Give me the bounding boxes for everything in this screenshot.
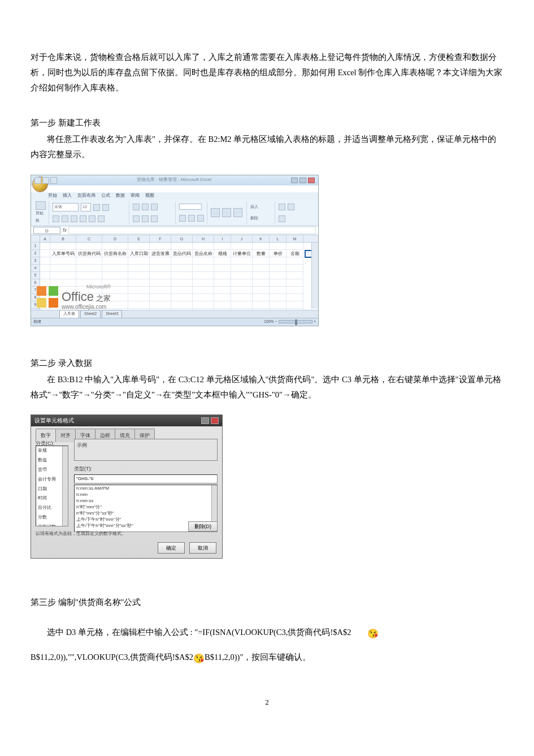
- type-list-item[interactable]: h"时"mm"分": [75, 504, 217, 510]
- col-header[interactable]: C: [76, 235, 102, 243]
- row-header[interactable]: 4: [31, 265, 40, 272]
- dialog-title: 设置单元格格式: [34, 416, 74, 426]
- bold-icon[interactable]: [53, 215, 59, 222]
- table-header-cell: 单价: [270, 250, 286, 258]
- font-name[interactable]: 宋体: [53, 203, 79, 211]
- currency-icon[interactable]: [179, 215, 186, 222]
- type-list-item[interactable]: h:mm:ss AM/PM: [75, 485, 217, 491]
- underline-icon[interactable]: [71, 215, 77, 222]
- col-header[interactable]: B: [50, 235, 76, 243]
- col-header[interactable]: A: [40, 235, 50, 243]
- ribbon-tab[interactable]: 审阅: [131, 192, 140, 200]
- align-right-icon[interactable]: [151, 215, 158, 222]
- sheet-tab[interactable]: 入库表: [59, 310, 79, 318]
- cells-group: 插入 删除: [248, 201, 275, 224]
- step3-title: 第三步 编制"供货商名称"公式: [31, 595, 503, 610]
- row-header[interactable]: 3: [31, 257, 40, 265]
- table-header-cell: 入库日期: [128, 250, 150, 258]
- align-mid-icon[interactable]: [142, 204, 149, 210]
- table-header-cell: 供货商代码: [76, 250, 102, 258]
- number-group: [177, 201, 207, 224]
- type-list-item[interactable]: h:mm:ss: [75, 498, 217, 504]
- col-header[interactable]: L: [270, 235, 286, 243]
- col-header[interactable]: H: [193, 235, 214, 243]
- align-left-icon[interactable]: [133, 215, 140, 222]
- cond-format-icon[interactable]: [211, 208, 220, 217]
- align-center-icon[interactable]: [142, 215, 149, 222]
- cancel-button[interactable]: 取消: [189, 542, 216, 554]
- col-header[interactable]: I: [214, 235, 231, 243]
- formula-input[interactable]: [68, 227, 316, 234]
- select-all[interactable]: [31, 235, 40, 243]
- emoji-icon: 😘: [193, 648, 205, 669]
- page-number: 2: [31, 695, 503, 709]
- find-icon[interactable]: [279, 215, 285, 222]
- minimize-icon[interactable]: [291, 178, 298, 183]
- cell-styles-icon[interactable]: [233, 208, 242, 217]
- type-list-item[interactable]: h"时"mm"分"ss"秒": [75, 510, 217, 516]
- editing-group: [276, 201, 303, 224]
- zoom-control[interactable]: 100% −+: [264, 318, 316, 326]
- align-top-icon[interactable]: [133, 204, 140, 210]
- font-color-icon[interactable]: [98, 215, 105, 222]
- category-listbox[interactable]: 常规数值货币会计专用日期时间百分比分数科学记数文本特殊自定义: [36, 446, 68, 526]
- intro-paragraph: 对于仓库来说，货物检查合格后就可以入库了，入库之前通常需要在入库表格上登记每件货…: [31, 50, 503, 95]
- close-icon[interactable]: [211, 417, 219, 424]
- ok-button[interactable]: 确定: [158, 542, 185, 554]
- row-header[interactable]: 1: [31, 243, 40, 250]
- border-icon[interactable]: [80, 215, 86, 222]
- ribbon-tab[interactable]: 公式: [101, 192, 110, 200]
- undo-icon: [42, 177, 49, 184]
- table-header-cell: 数量: [253, 250, 270, 258]
- ribbon-tab[interactable]: 数据: [116, 192, 125, 200]
- font-size[interactable]: 12: [81, 203, 91, 211]
- col-header[interactable]: M: [286, 235, 303, 243]
- sort-icon[interactable]: [288, 204, 294, 210]
- fx-icon[interactable]: fx: [63, 226, 67, 235]
- logo-url: www.officejia.com: [62, 304, 111, 310]
- vertical-scrollbar[interactable]: [311, 243, 318, 309]
- ribbon-tab[interactable]: 视图: [145, 192, 154, 200]
- listbox-scrollbar[interactable]: [62, 446, 68, 526]
- group-label: 剪贴板: [36, 210, 46, 224]
- col-header[interactable]: J: [231, 235, 253, 243]
- table-header-cell: 进货发票: [150, 250, 171, 258]
- help-icon[interactable]: [201, 417, 209, 424]
- paste-icon[interactable]: [36, 201, 46, 210]
- ribbon-tab[interactable]: 插入: [63, 192, 72, 200]
- maximize-icon[interactable]: [299, 178, 306, 183]
- comma-icon[interactable]: [197, 215, 204, 222]
- sheet-tab[interactable]: Sheet2: [80, 310, 101, 318]
- fill-color-icon[interactable]: [89, 215, 95, 222]
- grow-font-icon[interactable]: [93, 204, 100, 211]
- col-header[interactable]: G: [171, 235, 193, 243]
- table-header-cell: 计量单位: [231, 250, 253, 258]
- sum-icon[interactable]: [279, 204, 285, 210]
- ribbon-tab[interactable]: 开始: [48, 192, 57, 200]
- close-icon[interactable]: [308, 178, 315, 183]
- table-format-icon[interactable]: [222, 208, 231, 217]
- sheet-tab[interactable]: Sheet3: [102, 310, 122, 318]
- percent-icon[interactable]: [188, 215, 195, 222]
- align-bot-icon[interactable]: [151, 204, 158, 210]
- shrink-font-icon[interactable]: [102, 204, 109, 211]
- col-header[interactable]: K: [253, 235, 270, 243]
- table-header-cell: 货品代码: [171, 250, 193, 258]
- row-header[interactable]: 5: [31, 272, 40, 279]
- delete-button[interactable]: 删除(D): [188, 521, 218, 532]
- sample-box: 示例: [74, 439, 218, 461]
- col-header[interactable]: F: [150, 235, 171, 243]
- number-format[interactable]: [179, 204, 202, 210]
- step1-title: 第一步 新建工作表: [31, 115, 503, 131]
- dialog-footer: 确定 取消: [158, 542, 216, 554]
- name-box[interactable]: D: [33, 227, 60, 234]
- italic-icon[interactable]: [62, 215, 68, 222]
- row-header[interactable]: 2: [31, 250, 40, 257]
- ribbon-tab[interactable]: 页面布局: [77, 192, 95, 200]
- dialog-titlebar: 设置单元格格式: [31, 415, 222, 426]
- col-header[interactable]: D: [102, 235, 128, 243]
- type-list-item[interactable]: h:mm: [75, 491, 217, 498]
- col-header[interactable]: E: [128, 235, 150, 243]
- step1-paragraph: 将任意工作表改名为"入库表"，并保存。在 B2:M2 单元格区域输入表格的标题，…: [31, 132, 503, 162]
- type-input[interactable]: [74, 474, 218, 483]
